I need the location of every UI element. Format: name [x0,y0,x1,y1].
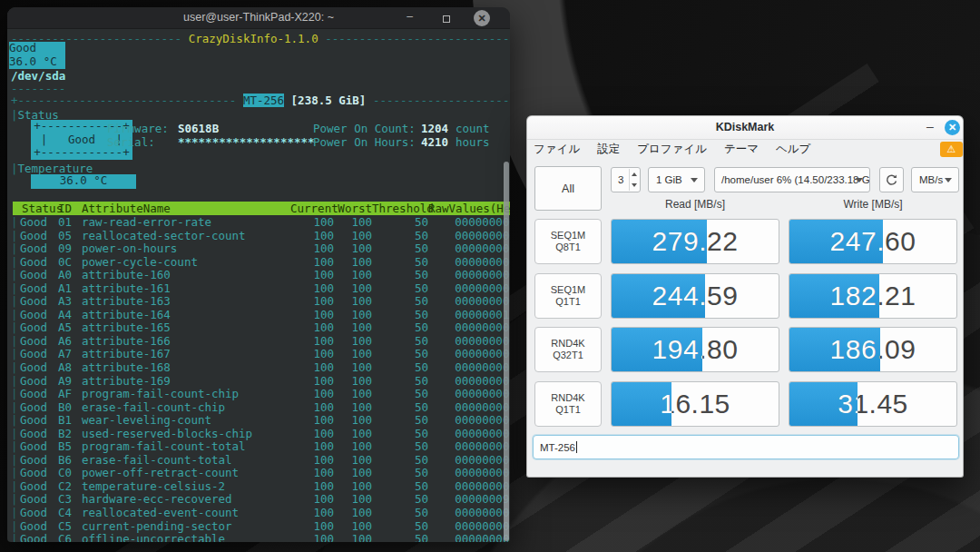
smart-table-row: | Good AF program-fail-count-chip 100 10… [11,387,508,400]
smart-table-row: | Good A3 attribute-163 100 100 50 00000… [11,294,508,308]
menu-item[interactable]: ヘルプ [776,142,810,157]
smart-table-row: | Good A9 attribute-169 100 100 50 00000… [11,374,508,388]
smart-table-row: | Good A0 attribute-160 100 100 50 00000… [11,268,508,281]
terminal-minimize-button[interactable]: – [403,9,416,23]
serial-value: ******************** [178,135,315,149]
chevron-down-icon [691,178,698,182]
maximize-icon [443,15,450,23]
smart-table-row: | Good C3 hardware-ecc-recovered 100 100… [11,492,508,506]
firmware-value: S0618B [178,122,219,135]
unit-dropdown[interactable]: MB/s [911,167,959,192]
smart-table-row: | Good A7 attribute-167 100 100 50 00000… [11,347,508,360]
smart-table-row: | Good B2 used-reserved-blocks-chip 100 … [11,427,508,440]
test-button[interactable]: RND4KQ32T1 [534,327,602,372]
power-on-count-value: 1204 [421,122,448,135]
smart-table-row: | Good 09 power-on-hours 100 100 50 0000… [11,242,508,255]
serial-label: Serial: [107,135,155,149]
test-button[interactable]: SEQ1MQ8T1 [534,219,602,264]
smart-table-row: | Good B5 program-fail-count-total 100 1… [11,439,508,453]
smart-table-row: | Good 05 reallocated-sector-count 100 1… [11,229,508,242]
benchmark-row: RND4KQ1T1 16.15 16.15 31.45 31.45 [527,381,963,427]
temperature-box: 36.0 °C [31,174,136,189]
write-result-bar: 31.45 31.45 [789,381,957,427]
kdiskmark-title: KDiskMark [527,121,963,133]
smart-table-row: | Good B1 wear-leveling-count 100 100 50… [11,413,508,427]
smart-table-header: Status ID AttributeName Current Worst Th… [13,202,510,215]
test-button[interactable]: RND4KQ1T1 [534,381,602,427]
write-result-bar: 182.21 182.21 [789,273,957,319]
disk-device-path: /dev/sda [11,69,65,83]
firmware-label: Firmware: [107,122,169,135]
power-on-count-unit: count [456,122,490,135]
chevron-down-icon [856,178,863,182]
test-button[interactable]: SEQ1MQ1T1 [534,273,602,319]
test-size-dropdown[interactable]: 1 GiB [648,167,705,192]
terminal-titlebar[interactable]: user@user-ThinkPad-X220: ~ – ✕ [7,7,510,29]
power-on-hours-unit: hours [456,135,490,149]
write-result-bar: 186.09 186.09 [789,327,957,372]
smart-table-row: | Good A5 attribute-165 100 100 50 00000… [11,320,508,334]
smart-table-row: | Good C4 reallocated-event-count 100 10… [11,506,508,519]
terminal-scrollbar[interactable] [504,162,509,541]
smart-table-row: | Good B6 erase-fail-count-total 100 100… [11,453,508,467]
read-result-bar: 194.80 194.80 [611,327,779,372]
smart-table-row: | Good C2 temperature-celsius-2 100 100 … [11,479,508,493]
warning-icon: ⚠ [947,143,956,155]
smart-table-body: | Good 01 raw-read-error-rate 100 100 50… [11,215,508,542]
smart-table-row: | Good A6 attribute-166 100 100 50 00000… [11,334,508,348]
benchmark-row: SEQ1MQ8T1 279.22 279.22 247.60 247.60 [527,219,963,264]
read-result-bar: 244.59 244.59 [611,273,779,319]
run-all-button[interactable]: All [534,166,602,211]
target-drive-dropdown[interactable]: /home/user 6% (14.50/233.18 G [714,167,870,192]
desktop: user@user-ThinkPad-X220: ~ – ✕ ---------… [0,0,980,552]
warning-badge[interactable]: ⚠ [940,142,963,157]
terminal-title: user@user-ThinkPad-X220: ~ [7,11,510,24]
terminal-maximize-button[interactable] [439,12,453,25]
benchmark-name-input[interactable]: MT-256 [533,435,959,459]
smart-table-row: | Good 0C power-cycle-count 100 100 50 0… [11,255,508,269]
kdiskmark-close-button[interactable]: ✕ [945,120,960,135]
terminal-close-button[interactable]: ✕ [474,10,490,26]
read-column-header: Read [MB/s] [611,198,779,211]
read-result-bar: 16.15 16.15 [611,381,779,427]
chevron-down-icon [945,178,952,182]
kdiskmark-window: KDiskMark – ✕ ファイル設定プロファイルテーマヘルプ ⚠ All 3… [526,115,964,478]
power-on-hours-value: 4210 [421,135,448,149]
read-result-bar: 279.22 279.22 [611,219,779,264]
disk-section-header: +-------------------------------- MT-256… [11,94,510,107]
passes-spinner[interactable]: 3 [611,167,641,192]
power-on-hours-label: Power On Hours: [313,135,416,149]
menu-item[interactable]: 設定 [597,142,620,157]
refresh-button[interactable] [879,167,904,192]
smart-table-row: | Good B0 erase-fail-count-chip 100 100 … [11,400,508,414]
terminal-app-header: ------------------------- CrazyDiskInfo-… [11,32,510,45]
smart-table-row: | Good C6 offline-uncorrectable 100 100 … [11,532,508,542]
benchmark-row: SEQ1MQ1T1 244.59 244.59 182.21 182.21 [527,273,963,319]
smart-table-row: | Good A1 attribute-161 100 100 50 00000… [11,281,508,295]
refresh-icon [885,173,898,187]
power-on-count-label: Power On Count: [313,122,416,135]
text-caret [576,441,577,453]
write-column-header: Write [MB/s] [789,198,957,211]
kdiskmark-titlebar[interactable]: KDiskMark – ✕ [527,116,963,140]
smart-table-row: | Good C0 power-off-retract-count 100 10… [11,466,508,479]
smart-table-row: | Good 01 raw-read-error-rate 100 100 50… [11,215,508,229]
smart-table-row: | Good A4 attribute-164 100 100 50 00000… [11,308,508,321]
spin-down-icon[interactable] [630,180,639,191]
spin-up-icon[interactable] [630,169,639,180]
terminal-window: user@user-ThinkPad-X220: ~ – ✕ ---------… [7,7,510,542]
kdiskmark-menubar: ファイル設定プロファイルテーマヘルプ [527,140,963,159]
smart-table-row: | Good C5 current-pending-sector 100 100… [11,519,508,533]
menu-item[interactable]: プロファイル [637,142,707,157]
disk-health-badge: Good 36.0 °C [9,42,65,69]
smart-table-row: | Good A8 attribute-168 100 100 50 00000… [11,360,508,374]
write-result-bar: 247.60 247.60 [789,219,957,264]
benchmark-row: RND4KQ32T1 194.80 194.80 186.09 186.09 [527,327,963,372]
kdiskmark-minimize-button[interactable]: – [923,119,937,133]
menu-item[interactable]: テーマ [724,142,759,157]
menu-item[interactable]: ファイル [534,142,580,157]
